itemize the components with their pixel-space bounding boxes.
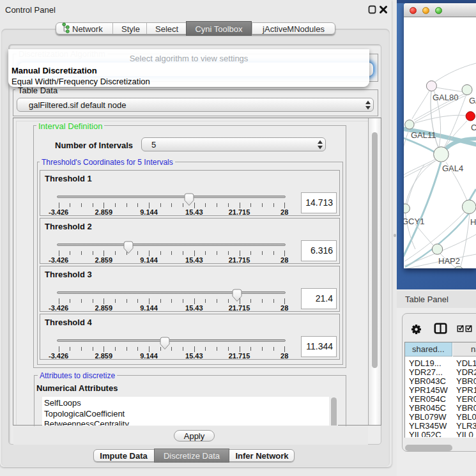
svg-text:GA: GA — [469, 96, 476, 105]
svg-text:GAL11: GAL11 — [411, 130, 436, 140]
svg-text:GAL80: GAL80 — [433, 93, 458, 102]
svg-text:HAP2: HAP2 — [438, 256, 460, 266]
svg-text:GAL4: GAL4 — [442, 164, 463, 173]
svg-text:H: H — [470, 217, 476, 227]
svg-text:GCY1: GCY1 — [404, 217, 424, 226]
svg-text:C: C — [471, 123, 476, 132]
